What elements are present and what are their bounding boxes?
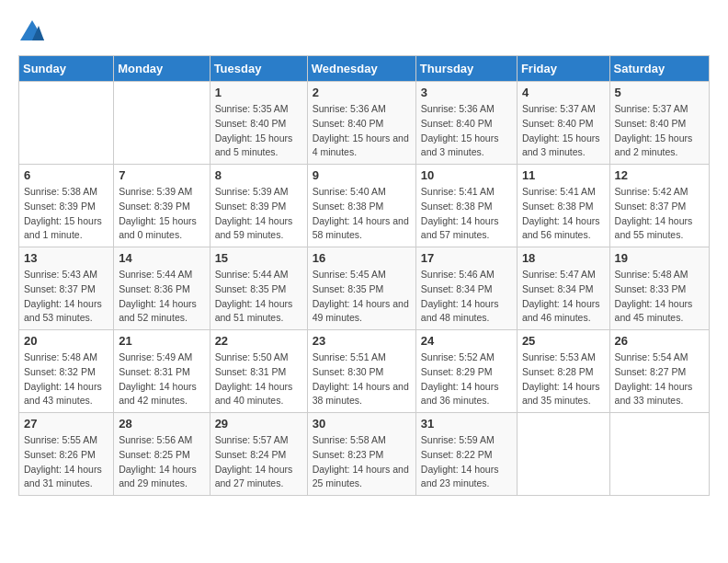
day-cell: 29Sunrise: 5:57 AMSunset: 8:24 PMDayligh… (210, 413, 307, 496)
day-info: Sunrise: 5:40 AMSunset: 8:38 PMDaylight:… (313, 185, 411, 243)
day-number: 8 (215, 168, 302, 182)
day-info: Sunrise: 5:46 AMSunset: 8:34 PMDaylight:… (421, 268, 512, 326)
day-number: 15 (215, 251, 302, 265)
page-header (18, 18, 710, 46)
day-cell (609, 413, 709, 496)
day-info: Sunrise: 5:37 AMSunset: 8:40 PMDaylight:… (522, 102, 605, 160)
day-number: 14 (119, 251, 204, 265)
day-info: Sunrise: 5:51 AMSunset: 8:30 PMDaylight:… (313, 350, 411, 408)
day-number: 24 (421, 334, 512, 348)
day-number: 16 (313, 251, 411, 265)
day-info: Sunrise: 5:39 AMSunset: 8:39 PMDaylight:… (215, 185, 302, 243)
day-number: 27 (24, 417, 108, 431)
day-number: 7 (119, 168, 204, 182)
day-info: Sunrise: 5:44 AMSunset: 8:36 PMDaylight:… (119, 268, 204, 326)
col-header-wednesday: Wednesday (307, 56, 415, 82)
day-info: Sunrise: 5:41 AMSunset: 8:38 PMDaylight:… (522, 185, 605, 243)
day-info: Sunrise: 5:55 AMSunset: 8:26 PMDaylight:… (24, 433, 108, 491)
calendar-table: SundayMondayTuesdayWednesdayThursdayFrid… (18, 55, 710, 496)
day-number: 17 (421, 251, 512, 265)
day-info: Sunrise: 5:41 AMSunset: 8:38 PMDaylight:… (421, 185, 512, 243)
day-cell: 16Sunrise: 5:45 AMSunset: 8:35 PMDayligh… (307, 247, 415, 330)
day-cell: 12Sunrise: 5:42 AMSunset: 8:37 PMDayligh… (609, 165, 709, 247)
col-header-monday: Monday (114, 56, 210, 82)
day-info: Sunrise: 5:54 AMSunset: 8:27 PMDaylight:… (615, 350, 704, 408)
day-cell: 23Sunrise: 5:51 AMSunset: 8:30 PMDayligh… (307, 330, 415, 413)
logo (18, 18, 50, 46)
day-cell: 18Sunrise: 5:47 AMSunset: 8:34 PMDayligh… (517, 247, 609, 330)
week-row-2: 6Sunrise: 5:38 AMSunset: 8:39 PMDaylight… (19, 165, 710, 247)
day-number: 13 (24, 251, 108, 265)
day-info: Sunrise: 5:36 AMSunset: 8:40 PMDaylight:… (421, 102, 512, 160)
day-cell: 30Sunrise: 5:58 AMSunset: 8:23 PMDayligh… (307, 413, 415, 496)
day-number: 25 (522, 334, 605, 348)
day-info: Sunrise: 5:37 AMSunset: 8:40 PMDaylight:… (615, 102, 704, 160)
day-cell: 2Sunrise: 5:36 AMSunset: 8:40 PMDaylight… (307, 82, 415, 165)
day-number: 18 (522, 251, 605, 265)
header-row: SundayMondayTuesdayWednesdayThursdayFrid… (19, 56, 710, 82)
day-cell: 13Sunrise: 5:43 AMSunset: 8:37 PMDayligh… (19, 247, 114, 330)
day-cell: 7Sunrise: 5:39 AMSunset: 8:39 PMDaylight… (114, 165, 210, 247)
day-number: 21 (119, 334, 204, 348)
day-cell (517, 413, 609, 496)
day-cell: 5Sunrise: 5:37 AMSunset: 8:40 PMDaylight… (609, 82, 709, 165)
day-info: Sunrise: 5:39 AMSunset: 8:39 PMDaylight:… (119, 185, 204, 243)
day-info: Sunrise: 5:48 AMSunset: 8:33 PMDaylight:… (615, 268, 704, 326)
day-number: 12 (615, 168, 704, 182)
day-cell: 10Sunrise: 5:41 AMSunset: 8:38 PMDayligh… (415, 165, 517, 247)
day-cell: 17Sunrise: 5:46 AMSunset: 8:34 PMDayligh… (415, 247, 517, 330)
col-header-sunday: Sunday (19, 56, 114, 82)
col-header-friday: Friday (517, 56, 609, 82)
day-info: Sunrise: 5:44 AMSunset: 8:35 PMDaylight:… (215, 268, 302, 326)
day-cell (114, 82, 210, 165)
day-number: 29 (215, 417, 302, 431)
week-row-4: 20Sunrise: 5:48 AMSunset: 8:32 PMDayligh… (19, 330, 710, 413)
day-cell: 31Sunrise: 5:59 AMSunset: 8:22 PMDayligh… (415, 413, 517, 496)
week-row-3: 13Sunrise: 5:43 AMSunset: 8:37 PMDayligh… (19, 247, 710, 330)
day-number: 3 (421, 86, 512, 99)
day-cell: 1Sunrise: 5:35 AMSunset: 8:40 PMDaylight… (210, 82, 307, 165)
day-info: Sunrise: 5:49 AMSunset: 8:31 PMDaylight:… (119, 350, 204, 408)
day-info: Sunrise: 5:45 AMSunset: 8:35 PMDaylight:… (313, 268, 411, 326)
day-cell: 28Sunrise: 5:56 AMSunset: 8:25 PMDayligh… (114, 413, 210, 496)
day-number: 2 (313, 86, 411, 99)
day-number: 11 (522, 168, 605, 182)
day-cell (19, 82, 114, 165)
day-cell: 8Sunrise: 5:39 AMSunset: 8:39 PMDaylight… (210, 165, 307, 247)
day-number: 19 (615, 251, 704, 265)
day-cell: 4Sunrise: 5:37 AMSunset: 8:40 PMDaylight… (517, 82, 609, 165)
day-number: 6 (24, 168, 108, 182)
day-number: 10 (421, 168, 512, 182)
day-cell: 21Sunrise: 5:49 AMSunset: 8:31 PMDayligh… (114, 330, 210, 413)
day-cell: 24Sunrise: 5:52 AMSunset: 8:29 PMDayligh… (415, 330, 517, 413)
col-header-tuesday: Tuesday (210, 56, 307, 82)
day-info: Sunrise: 5:56 AMSunset: 8:25 PMDaylight:… (119, 433, 204, 491)
day-number: 5 (615, 86, 704, 99)
day-info: Sunrise: 5:35 AMSunset: 8:40 PMDaylight:… (215, 102, 302, 160)
day-number: 23 (313, 334, 411, 348)
day-cell: 6Sunrise: 5:38 AMSunset: 8:39 PMDaylight… (19, 165, 114, 247)
day-number: 22 (215, 334, 302, 348)
day-info: Sunrise: 5:48 AMSunset: 8:32 PMDaylight:… (24, 350, 108, 408)
day-number: 1 (215, 86, 302, 99)
day-info: Sunrise: 5:59 AMSunset: 8:22 PMDaylight:… (421, 433, 512, 491)
day-cell: 14Sunrise: 5:44 AMSunset: 8:36 PMDayligh… (114, 247, 210, 330)
day-info: Sunrise: 5:42 AMSunset: 8:37 PMDaylight:… (615, 185, 704, 243)
day-number: 31 (421, 417, 512, 431)
day-number: 30 (313, 417, 411, 431)
day-cell: 19Sunrise: 5:48 AMSunset: 8:33 PMDayligh… (609, 247, 709, 330)
day-cell: 9Sunrise: 5:40 AMSunset: 8:38 PMDaylight… (307, 165, 415, 247)
day-cell: 25Sunrise: 5:53 AMSunset: 8:28 PMDayligh… (517, 330, 609, 413)
day-cell: 26Sunrise: 5:54 AMSunset: 8:27 PMDayligh… (609, 330, 709, 413)
day-number: 28 (119, 417, 204, 431)
day-cell: 11Sunrise: 5:41 AMSunset: 8:38 PMDayligh… (517, 165, 609, 247)
logo-icon (18, 18, 46, 46)
day-info: Sunrise: 5:38 AMSunset: 8:39 PMDaylight:… (24, 185, 108, 243)
col-header-thursday: Thursday (415, 56, 517, 82)
day-info: Sunrise: 5:58 AMSunset: 8:23 PMDaylight:… (313, 433, 411, 491)
day-info: Sunrise: 5:43 AMSunset: 8:37 PMDaylight:… (24, 268, 108, 326)
week-row-5: 27Sunrise: 5:55 AMSunset: 8:26 PMDayligh… (19, 413, 710, 496)
day-info: Sunrise: 5:36 AMSunset: 8:40 PMDaylight:… (313, 102, 411, 160)
day-cell: 3Sunrise: 5:36 AMSunset: 8:40 PMDaylight… (415, 82, 517, 165)
day-cell: 20Sunrise: 5:48 AMSunset: 8:32 PMDayligh… (19, 330, 114, 413)
